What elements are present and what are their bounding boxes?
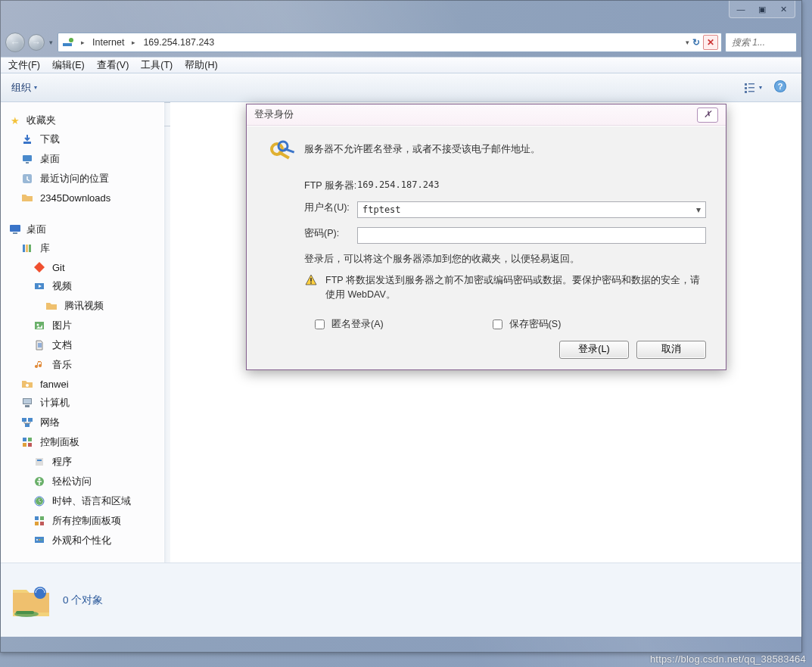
recent-label: 最近访问的位置 bbox=[40, 172, 109, 185]
ease-label: 轻松访问 bbox=[52, 475, 92, 488]
clock-icon bbox=[33, 495, 46, 507]
git-icon bbox=[33, 261, 46, 273]
ftp-server-label: FTP 服务器: bbox=[266, 179, 357, 192]
desktop-group[interactable]: 桌面 bbox=[2, 220, 163, 238]
sidebar-item-ease-of-access[interactable]: 轻松访问 bbox=[2, 472, 163, 491]
sidebar-item-2345downloads[interactable]: 2345Downloads bbox=[2, 189, 163, 207]
sidebar-item-downloads[interactable]: 下载 bbox=[2, 129, 163, 149]
svg-rect-36 bbox=[37, 460, 42, 461]
content-pane[interactable]: 登录身份 ✗ 服务器不允许匿名登录，或者不接受该 bbox=[170, 102, 801, 563]
breadcrumb-internet[interactable]: Internet bbox=[88, 33, 129, 51]
titlebar[interactable]: — ▣ ✕ bbox=[1, 1, 801, 23]
desktop1-label: 桌面 bbox=[40, 152, 60, 166]
menu-edit[interactable]: 编辑(E) bbox=[46, 59, 91, 72]
minimize-button[interactable]: — bbox=[731, 2, 751, 16]
help-toolbar-button[interactable]: ? bbox=[773, 79, 788, 96]
warning-icon bbox=[304, 273, 318, 287]
sidebar-item-recent[interactable]: 最近访问的位置 bbox=[2, 169, 163, 189]
menu-tools[interactable]: 工具(T) bbox=[135, 59, 179, 72]
recent-icon bbox=[20, 173, 34, 185]
pictures-icon bbox=[33, 319, 46, 332]
svg-point-47 bbox=[39, 539, 40, 541]
fanwei-label: fanwei bbox=[40, 379, 69, 390]
2345-label: 2345Downloads bbox=[40, 192, 110, 204]
navigation-pane[interactable]: ★ 收藏夹 下载 桌面 最近访问的位置 2345Downloads bbox=[1, 102, 164, 563]
close-button[interactable]: ✕ bbox=[773, 2, 793, 16]
keys-icon bbox=[266, 140, 297, 170]
svg-rect-13 bbox=[26, 162, 29, 164]
sidebar-item-pictures[interactable]: 图片 bbox=[2, 316, 163, 335]
svg-rect-3 bbox=[748, 83, 754, 85]
anonymous-checkbox-wrap[interactable]: 匿名登录(A) bbox=[312, 317, 384, 332]
dialog-close-button[interactable]: ✗ bbox=[697, 108, 718, 123]
anonymous-checkbox[interactable] bbox=[315, 319, 325, 329]
password-input[interactable] bbox=[357, 227, 706, 244]
location-icon bbox=[61, 36, 75, 49]
libraries-label: 库 bbox=[40, 242, 50, 255]
sidebar-item-music[interactable]: 音乐 bbox=[2, 355, 163, 375]
svg-rect-57 bbox=[16, 611, 34, 614]
menu-file[interactable]: 文件(F) bbox=[2, 59, 46, 72]
menu-help[interactable]: 帮助(H) bbox=[179, 59, 223, 72]
breadcrumb-ip[interactable]: 169.254.187.243 bbox=[138, 33, 219, 51]
username-combobox[interactable]: ftptest bbox=[357, 201, 706, 218]
client-area: ★ 收藏夹 下载 桌面 最近访问的位置 2345Downloads bbox=[1, 102, 801, 563]
sidebar-item-fanwei[interactable]: fanwei bbox=[2, 375, 163, 393]
address-bar[interactable]: ▸ Internet ▸ 169.254.187.243 ▾ ↻ ✕ bbox=[58, 33, 722, 52]
svg-point-23 bbox=[37, 324, 39, 326]
maximize-button[interactable]: ▣ bbox=[752, 2, 772, 16]
forward-button[interactable]: → bbox=[28, 34, 45, 51]
sidebar-item-computer[interactable]: 计算机 bbox=[2, 393, 163, 413]
statusbar: 0 个对象 bbox=[1, 563, 801, 637]
svg-rect-7 bbox=[748, 91, 754, 92]
window-controls: — ▣ ✕ bbox=[729, 1, 795, 18]
sidebar-item-desktop1[interactable]: 桌面 bbox=[2, 149, 163, 169]
favorites-group[interactable]: ★ 收藏夹 bbox=[2, 111, 163, 129]
save-password-checkbox-wrap[interactable]: 保存密码(S) bbox=[490, 317, 562, 332]
stop-button[interactable]: ✕ bbox=[703, 35, 718, 50]
download-icon bbox=[20, 133, 34, 145]
pane-resizer[interactable] bbox=[164, 102, 170, 563]
search-box[interactable] bbox=[725, 33, 797, 52]
organize-label: 组织 bbox=[11, 81, 31, 95]
username-label: 用户名(U): bbox=[266, 201, 357, 218]
organize-button[interactable]: 组织 ▾ bbox=[5, 78, 43, 98]
svg-rect-32 bbox=[28, 438, 32, 441]
save-password-checkbox[interactable] bbox=[493, 319, 502, 329]
svg-rect-0 bbox=[63, 43, 72, 46]
login-button[interactable]: 登录(L) bbox=[559, 341, 629, 359]
sidebar-item-documents[interactable]: 文档 bbox=[2, 335, 163, 355]
ease-icon bbox=[33, 475, 46, 488]
svg-rect-44 bbox=[40, 522, 44, 525]
sidebar-item-tencent-video[interactable]: 腾讯视频 bbox=[2, 296, 163, 316]
refresh-button[interactable]: ↻ bbox=[692, 37, 700, 48]
sidebar-item-appearance[interactable]: 外观和个性化 bbox=[2, 531, 163, 550]
address-dropdown[interactable]: ▾ bbox=[686, 39, 689, 46]
svg-rect-5 bbox=[748, 87, 754, 89]
all-cp-icon bbox=[33, 515, 46, 527]
sidebar-item-videos[interactable]: 视频 bbox=[2, 276, 163, 296]
menu-view[interactable]: 查看(V) bbox=[91, 59, 135, 72]
git-label: Git bbox=[52, 262, 65, 273]
status-text: 0 个对象 bbox=[63, 594, 103, 607]
sidebar-item-control-panel[interactable]: 控制面板 bbox=[2, 432, 163, 452]
sidebar-item-libraries[interactable]: 库 bbox=[2, 238, 163, 258]
appearance-icon bbox=[33, 535, 46, 547]
navigation-bar: ← → ▾ ▸ Internet ▸ 169.254.187.243 ▾ ↻ ✕ bbox=[1, 28, 801, 57]
cancel-button[interactable]: 取消 bbox=[636, 341, 706, 359]
svg-point-46 bbox=[36, 539, 38, 541]
history-dropdown[interactable]: ▾ bbox=[48, 39, 54, 46]
sidebar-item-network[interactable]: 网络 bbox=[2, 413, 163, 432]
sidebar-item-clock-lang-region[interactable]: 时钟、语言和区域 bbox=[2, 491, 163, 511]
svg-rect-31 bbox=[23, 438, 26, 441]
computer-label: 计算机 bbox=[40, 396, 70, 410]
sidebar-item-programs[interactable]: 程序 bbox=[2, 452, 163, 472]
views-button[interactable]: ▾ bbox=[743, 81, 762, 95]
search-input[interactable] bbox=[730, 36, 792, 48]
dialog-titlebar[interactable]: 登录身份 ✗ bbox=[247, 104, 726, 126]
breadcrumb-sep-root[interactable]: ▸ bbox=[78, 39, 88, 46]
breadcrumb-sep1[interactable]: ▸ bbox=[129, 39, 138, 46]
sidebar-item-all-cp-items[interactable]: 所有控制面板项 bbox=[2, 511, 163, 531]
sidebar-item-git[interactable]: Git bbox=[2, 258, 163, 276]
back-button[interactable]: ← bbox=[5, 33, 25, 52]
